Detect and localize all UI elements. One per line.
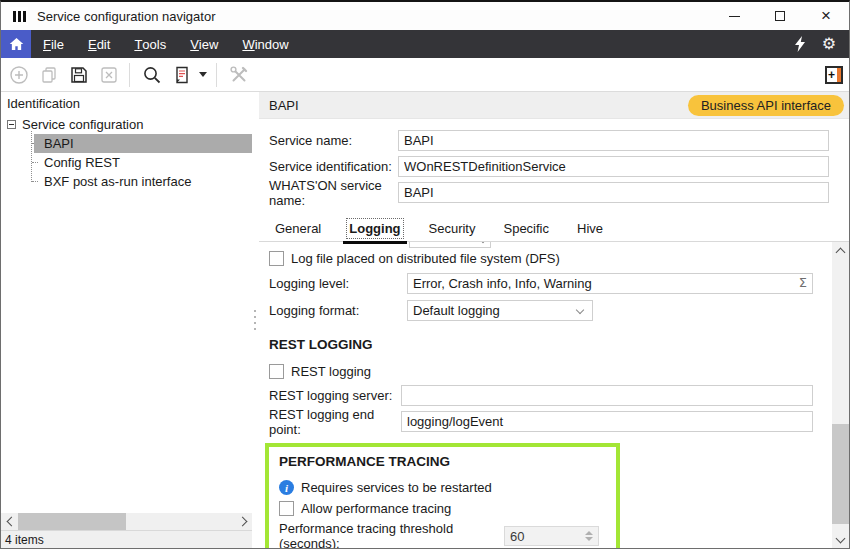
status-bar: 4 items — [1, 530, 252, 548]
gear-icon[interactable]: ⚙ — [822, 36, 836, 52]
menu-edit[interactable]: Edit — [76, 30, 122, 58]
service-tree: Service configuration BAPI Config REST B… — [1, 115, 252, 513]
rest-logging-server-input[interactable] — [401, 385, 813, 406]
chevron-left-icon — [6, 517, 16, 527]
dfs-checkbox-label: Log file placed on distributed file syst… — [291, 251, 560, 266]
minimize-button[interactable] — [711, 2, 757, 30]
dfs-checkbox-row: Log file placed on distributed file syst… — [269, 251, 813, 266]
add-panel-button[interactable]: + — [825, 66, 843, 84]
detail-title: BAPI — [269, 98, 299, 113]
tree-item-bxf-post-as-run[interactable]: BXF post as-run interface — [34, 172, 252, 191]
allow-performance-tracing-checkbox[interactable] — [279, 501, 294, 516]
threshold-value: 60 — [505, 529, 524, 544]
lightning-bolt-icon[interactable] — [794, 36, 806, 52]
horizontal-scrollbar-thumb[interactable] — [18, 513, 126, 530]
delete-button[interactable] — [95, 61, 123, 89]
service-identification-label: Service identification: — [269, 159, 398, 174]
chevron-right-icon — [237, 517, 247, 527]
vertical-scrollbar-thumb[interactable] — [832, 424, 849, 524]
rest-logging-endpoint-row: REST logging end point: — [269, 411, 813, 432]
tree-item-config-rest[interactable]: Config REST — [34, 153, 252, 172]
maximize-button[interactable] — [757, 2, 803, 30]
form-row: Service identification: — [269, 156, 829, 177]
rest-logging-endpoint-label: REST logging end point: — [269, 407, 401, 437]
app-logo-icon — [10, 7, 28, 25]
service-identification-input[interactable] — [398, 156, 829, 177]
tree-collapse-icon[interactable] — [7, 120, 16, 129]
tab-general[interactable]: General — [273, 219, 323, 238]
report-button[interactable] — [168, 61, 196, 89]
minimize-icon — [729, 16, 740, 17]
chevron-down-icon — [479, 242, 487, 243]
left-panel-title: Identification — [1, 92, 252, 115]
maximize-icon — [775, 11, 785, 21]
horizontal-scrollbar[interactable] — [1, 513, 252, 530]
menu-window[interactable]: Window — [230, 30, 300, 58]
rest-logging-server-row: REST logging server: — [269, 385, 813, 406]
logging-level-label: Logging level: — [269, 276, 407, 291]
scroll-down-button[interactable] — [832, 531, 849, 548]
add-icon — [9, 65, 29, 85]
home-button[interactable] — [1, 30, 31, 58]
dfs-checkbox[interactable] — [269, 251, 284, 266]
chevron-up-icon — [836, 247, 846, 257]
clipped-combobox[interactable] — [409, 242, 491, 248]
search-button[interactable] — [138, 61, 166, 89]
logging-format-select[interactable]: Default logging — [407, 300, 593, 321]
logging-format-row: Logging format: Default logging — [269, 300, 813, 321]
form-row: Service name: — [269, 130, 829, 151]
rest-logging-checkbox[interactable] — [269, 364, 284, 379]
delete-icon — [99, 65, 119, 85]
add-panel-orange-bar — [837, 68, 841, 82]
logging-level-input[interactable] — [407, 273, 813, 294]
threshold-spinner[interactable]: 60 — [504, 526, 599, 546]
menu-tools[interactable]: Tools — [122, 30, 178, 58]
rest-logging-checkbox-label: REST logging — [291, 364, 371, 379]
tab-specific[interactable]: Specific — [501, 219, 551, 238]
threshold-label: Performance tracing threshold (seconds): — [279, 521, 504, 548]
whatson-service-name-label: WHATS'ON service name: — [269, 178, 398, 208]
restart-info-row: i Requires services to be restarted — [279, 480, 606, 495]
logging-tab-content: Log file placed on distributed file syst… — [259, 242, 849, 548]
scroll-left-button[interactable] — [1, 513, 18, 530]
logging-format-label: Logging format: — [269, 303, 407, 318]
whatson-service-name-input[interactable] — [398, 182, 829, 203]
tab-security[interactable]: Security — [427, 219, 478, 238]
window-controls: × — [711, 2, 849, 30]
add-button[interactable] — [5, 61, 33, 89]
spinner-down-icon[interactable] — [585, 537, 593, 541]
splitter-grip-icon — [254, 310, 256, 334]
service-name-input[interactable] — [398, 130, 829, 151]
tree-root-service-configuration[interactable]: Service configuration — [1, 115, 252, 134]
home-icon — [9, 37, 24, 51]
tab-logging[interactable]: Logging — [347, 219, 402, 238]
threshold-row: Performance tracing threshold (seconds):… — [279, 521, 606, 548]
vertical-scrollbar[interactable] — [832, 242, 849, 548]
add-panel-plus-icon: + — [828, 68, 835, 82]
tools-button[interactable] — [225, 61, 253, 89]
scroll-right-button[interactable] — [235, 513, 252, 530]
menu-view[interactable]: View — [178, 30, 230, 58]
toolbar-separator — [216, 63, 217, 87]
service-name-label: Service name: — [269, 133, 398, 148]
tree-item-bapi[interactable]: BAPI — [34, 134, 252, 153]
report-icon — [172, 65, 192, 85]
report-dropdown-button[interactable] — [196, 61, 210, 89]
form-row: WHATS'ON service name: — [269, 182, 829, 203]
tab-hive[interactable]: Hive — [575, 219, 605, 238]
rest-logging-endpoint-input[interactable] — [401, 411, 813, 432]
panel-splitter[interactable] — [252, 92, 259, 548]
menu-file[interactable]: File — [31, 30, 76, 58]
spinner-up-icon[interactable] — [585, 531, 593, 535]
copy-button[interactable] — [35, 61, 63, 89]
rest-logging-server-label: REST logging server: — [269, 388, 401, 403]
restart-info-text: Requires services to be restarted — [301, 480, 492, 495]
sigma-summary-icon[interactable]: Σ — [799, 275, 807, 290]
search-icon — [142, 65, 162, 85]
close-button[interactable]: × — [803, 2, 849, 30]
main-area: Identification Service configuration BAP… — [1, 92, 849, 548]
scroll-up-button[interactable] — [832, 242, 849, 259]
toolbar-right: + — [825, 66, 843, 84]
service-type-badge: Business API interface — [688, 95, 844, 116]
save-button[interactable] — [65, 61, 93, 89]
